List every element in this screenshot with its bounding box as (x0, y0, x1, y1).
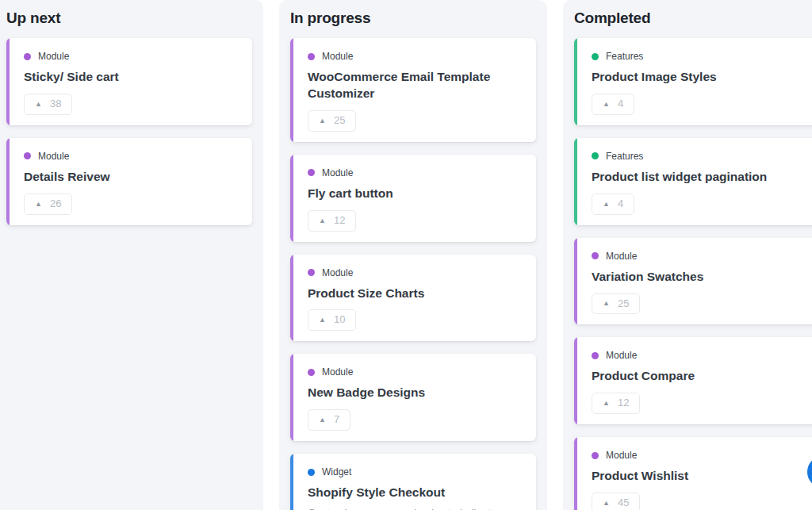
upvote-button[interactable]: ▲ 10 (308, 309, 356, 331)
upvote-arrow-icon: ▲ (35, 201, 42, 208)
feedback-card[interactable]: Module Product Compare ▲ 12 (574, 337, 812, 424)
upvote-button[interactable]: ▲ 26 (24, 194, 72, 215)
feedback-card[interactable]: Module Sticky/ Side cart ▲ 38 (6, 38, 252, 125)
kanban-board: Up next Module Sticky/ Side cart ▲ 38 Mo… (0, 0, 812, 510)
card-accent-bar (574, 138, 577, 225)
tag-dot-icon (24, 53, 31, 60)
upvote-button[interactable]: ▲ 7 (308, 409, 350, 431)
tag-label: Module (322, 267, 353, 278)
tag-label: Module (606, 251, 637, 262)
vote-count: 4 (618, 98, 623, 111)
card-title[interactable]: Product Size Charts (308, 286, 522, 302)
feedback-card[interactable]: Module Details Reivew ▲ 26 (6, 138, 252, 225)
card-tag: Module (592, 350, 806, 361)
card-title[interactable]: Sticky/ Side cart (24, 69, 238, 86)
card-tag: Module (592, 251, 806, 262)
card-title[interactable]: Shopify Style Checkout (308, 485, 522, 501)
tag-label: Module (38, 51, 69, 62)
vote-count: 10 (334, 313, 345, 327)
card-title[interactable]: Product Wishlist (592, 468, 806, 485)
card-tag: Features (592, 151, 806, 162)
card-title[interactable]: Details Reivew (24, 169, 238, 186)
card-tag: Module (24, 151, 238, 162)
tag-label: Widget (322, 466, 351, 477)
upvote-arrow-icon: ▲ (35, 101, 42, 108)
column-title: In progress (290, 10, 536, 27)
card-body: Module Details Reivew ▲ 26 (6, 138, 252, 225)
vote-count: 25 (618, 297, 629, 311)
board-column: Completed Features Product Image Styles … (563, 0, 812, 510)
tag-label: Module (38, 151, 69, 162)
card-title[interactable]: Product Image Styles (592, 69, 806, 86)
feedback-card[interactable]: Module Product Size Charts ▲ 10 (290, 255, 536, 342)
feedback-card[interactable]: Module WooCommerce Email Template Custom… (290, 38, 536, 142)
feedback-card[interactable]: Module Variation Swatches ▲ 25 (574, 238, 812, 325)
feedback-card[interactable]: Features Product list widget pagination … (574, 138, 812, 225)
upvote-button[interactable]: ▲ 4 (592, 194, 634, 215)
feedback-card[interactable]: Module New Badge Designs ▲ 7 (290, 354, 536, 441)
card-description: Customize one page checkout similar to (308, 506, 522, 510)
card-title[interactable]: Fly cart button (308, 186, 522, 202)
feedback-card[interactable]: Module Product Wishlist ▲ 45 (574, 437, 812, 510)
card-body: Module Fly cart button ▲ 12 (290, 155, 536, 242)
card-title[interactable]: WooCommerce Email Template Customizer (308, 69, 522, 102)
vote-count: 4 (618, 197, 623, 211)
card-title[interactable]: Product list widget pagination (592, 169, 806, 186)
tag-dot-icon (592, 252, 599, 259)
tag-dot-icon (592, 152, 599, 159)
card-title[interactable]: Variation Swatches (592, 269, 806, 286)
upvote-button[interactable]: ▲ 25 (308, 110, 356, 132)
card-body: Module Variation Swatches ▲ 25 (574, 238, 812, 325)
tag-dot-icon (592, 452, 599, 459)
card-body: Module Product Compare ▲ 12 (574, 337, 812, 424)
column-cards: Module WooCommerce Email Template Custom… (290, 38, 536, 510)
column-cards: Features Product Image Styles ▲ 4 Featur… (574, 38, 812, 510)
card-tag: Module (308, 51, 522, 62)
upvote-button[interactable]: ▲ 45 (592, 493, 640, 510)
card-tag: Module (24, 51, 238, 62)
tag-dot-icon (308, 53, 315, 60)
vote-count: 38 (50, 98, 61, 111)
card-accent-bar (290, 354, 293, 441)
card-body: Module WooCommerce Email Template Custom… (290, 38, 536, 142)
upvote-arrow-icon: ▲ (319, 217, 326, 224)
tag-label: Module (606, 350, 637, 361)
tag-label: Module (322, 167, 353, 178)
card-tag: Module (308, 167, 522, 178)
card-accent-bar (6, 38, 10, 125)
upvote-button[interactable]: ▲ 25 (592, 293, 640, 315)
card-title[interactable]: New Badge Designs (308, 385, 522, 401)
card-accent-bar (290, 255, 293, 342)
card-body: Module Product Size Charts ▲ 10 (290, 255, 536, 342)
feedback-card[interactable]: Module Fly cart button ▲ 12 (290, 155, 536, 242)
tag-label: Module (606, 450, 637, 461)
upvote-button[interactable]: ▲ 12 (308, 210, 356, 232)
card-tag: Widget (308, 466, 522, 477)
feedback-card[interactable]: Features Product Image Styles ▲ 4 (574, 38, 812, 125)
tag-label: Module (322, 366, 353, 378)
card-body: Widget Shopify Style Checkout Customize … (290, 454, 536, 510)
upvote-button[interactable]: ▲ 12 (592, 393, 640, 414)
upvote-arrow-icon: ▲ (603, 201, 610, 208)
upvote-arrow-icon: ▲ (319, 416, 326, 424)
upvote-button[interactable]: ▲ 4 (592, 94, 634, 115)
tag-dot-icon (308, 469, 315, 476)
tag-dot-icon (592, 53, 599, 60)
card-body: Features Product Image Styles ▲ 4 (574, 38, 812, 125)
board-column: In progress Module WooCommerce Email Tem… (279, 0, 547, 510)
card-accent-bar (574, 437, 577, 510)
upvote-arrow-icon: ▲ (319, 316, 326, 324)
card-title[interactable]: Product Compare (592, 368, 806, 385)
upvote-button[interactable]: ▲ 38 (24, 94, 72, 115)
feedback-card[interactable]: Widget Shopify Style Checkout Customize … (290, 454, 536, 510)
tag-dot-icon (308, 169, 315, 176)
card-body: Module New Badge Designs ▲ 7 (290, 354, 536, 441)
tag-label: Features (606, 151, 643, 162)
tag-dot-icon (308, 269, 315, 276)
card-tag: Module (308, 267, 522, 278)
column-cards: Module Sticky/ Side cart ▲ 38 Module Det… (6, 38, 252, 225)
upvote-arrow-icon: ▲ (603, 300, 610, 307)
upvote-arrow-icon: ▲ (603, 500, 610, 507)
board-column: Up next Module Sticky/ Side cart ▲ 38 Mo… (0, 0, 263, 510)
card-accent-bar (574, 337, 577, 424)
